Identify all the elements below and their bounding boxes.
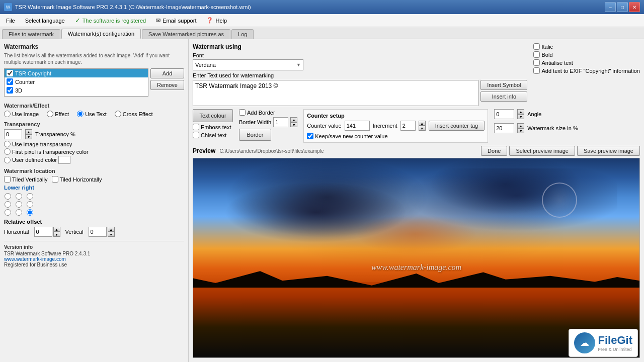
tab-watermarks-config[interactable]: Watermark(s) configuration [61, 29, 141, 39]
add-watermark-button[interactable]: Add [150, 68, 184, 78]
tiled-vertically-checkbox[interactable]: Tiled Vertically [4, 176, 48, 183]
v-down[interactable]: ▼ [108, 232, 115, 237]
close-button[interactable]: ✕ [629, 2, 640, 12]
list-item-tsr-copyright-checkbox[interactable] [7, 70, 13, 76]
preview-buttons: Done Select preview image Save preview i… [481, 146, 640, 156]
angle-down[interactable]: ▼ [517, 114, 524, 119]
transparency-value[interactable] [4, 129, 22, 139]
horizontal-value[interactable] [34, 227, 52, 237]
tab-log[interactable]: Log [231, 29, 254, 39]
tab-files[interactable]: Files to watermark [2, 29, 60, 39]
emboss-checkbox[interactable]: Emboss text [193, 124, 233, 130]
v-up[interactable]: ▲ [108, 227, 115, 232]
add-border-checkbox[interactable]: Add Border [239, 109, 297, 116]
tab-save[interactable]: Save Watermarked pictures as [142, 29, 230, 39]
text-action-buttons: Insert Symbol Insert info [480, 80, 527, 106]
size-row: ▲ ▼ Watermark size in % [494, 123, 578, 133]
insert-symbol-button[interactable]: Insert Symbol [480, 80, 527, 90]
transparency-section: Transparency ▲ ▼ Transparency % Use imag… [4, 121, 184, 164]
font-label: Font [193, 52, 527, 58]
use-image-transparency-radio[interactable]: Use image transparancy [4, 141, 184, 147]
save-preview-button[interactable]: Save preview image [577, 146, 640, 156]
pos-tl[interactable] [4, 193, 11, 200]
list-item-counter-checkbox[interactable] [7, 78, 13, 85]
bold-checkbox[interactable]: Bold [533, 51, 640, 58]
h-down[interactable]: ▼ [53, 232, 60, 237]
watermark-text-input[interactable] [193, 80, 478, 106]
border-button[interactable]: Border [239, 129, 271, 141]
menu-registered[interactable]: ✓ The software is registered [71, 16, 150, 25]
menu-help[interactable]: ❓ Help [202, 16, 231, 25]
counter-value-row: Counter value Increment ▲ ▼ Insert count… [307, 121, 485, 131]
size-input[interactable] [494, 123, 514, 133]
window-controls: – □ ✕ [605, 2, 640, 12]
pos-bl[interactable] [4, 209, 11, 216]
done-button[interactable]: Done [481, 146, 507, 156]
border-width-up[interactable]: ▲ [290, 117, 297, 122]
font-selector[interactable]: Verdana ▼ [193, 59, 303, 70]
cross-effect-radio[interactable]: Cross Effect [115, 111, 153, 117]
transparency-input-row: ▲ ▼ Transparency % [4, 129, 184, 139]
increment-input[interactable] [400, 121, 416, 131]
list-item-3d[interactable]: 3D [5, 86, 148, 95]
first-pixel-radio[interactable]: First pixel is transparency color [4, 148, 184, 155]
border-width-down[interactable]: ▼ [290, 122, 297, 127]
list-item-tsr-copyright-label: TSR Copyright [15, 70, 51, 76]
window-title: TSR Watermark Image Software PRO 2.4.3.1… [15, 4, 251, 10]
text-area-row: Insert Symbol Insert info [193, 80, 527, 106]
size-down[interactable]: ▼ [517, 128, 524, 133]
effect-radio-group: Use Image Effect Use Text Cross Effect [4, 111, 184, 117]
tiled-horizontally-checkbox[interactable]: Tiled Horizontally [52, 176, 102, 183]
horizontal-input-group: ▲ ▼ [34, 227, 60, 237]
transparency-up[interactable]: ▲ [25, 129, 32, 134]
pos-bc[interactable] [15, 209, 22, 216]
chisel-checkbox[interactable]: Chisel text [193, 132, 233, 138]
transparency-down[interactable]: ▼ [25, 134, 32, 139]
h-up[interactable]: ▲ [53, 227, 60, 232]
keep-counter-checkbox[interactable]: Keep/save new counter value [307, 133, 485, 139]
angle-input[interactable] [494, 109, 514, 119]
vertical-label: Vertical [65, 229, 84, 235]
remove-watermark-button[interactable]: Remove [150, 80, 184, 90]
menu-file[interactable]: File [2, 17, 19, 25]
menu-language[interactable]: Select language [21, 17, 69, 25]
list-item-tsr-copyright[interactable]: TSR Copyright [5, 69, 148, 77]
version-info: Version info TSR Watermark Software PRO … [4, 241, 184, 267]
use-image-radio[interactable]: Use Image [4, 111, 39, 117]
position-label: Lower right [4, 185, 184, 191]
pos-br[interactable] [26, 209, 33, 216]
border-area: Add Border Border Width ▲ ▼ Border [239, 109, 297, 141]
effect-radio[interactable]: Effect [47, 111, 69, 117]
antialise-checkbox[interactable]: Antialise text [533, 59, 640, 66]
angle-up[interactable]: ▲ [517, 109, 524, 114]
pos-ml[interactable] [4, 201, 11, 208]
minimize-button[interactable]: – [605, 2, 616, 12]
user-defined-radio[interactable]: User defined color [4, 156, 184, 164]
insert-info-button[interactable]: Insert info [480, 92, 527, 102]
counter-value-input[interactable] [345, 121, 370, 131]
pos-mr[interactable] [26, 201, 33, 208]
pos-mc[interactable] [15, 201, 22, 208]
size-up[interactable]: ▲ [517, 123, 524, 128]
add-exif-checkbox[interactable]: Add text to EXIF "Copyright" information [533, 67, 640, 74]
list-item-3d-checkbox[interactable] [7, 87, 13, 94]
version-website[interactable]: www.watermark-image.com [4, 256, 66, 262]
text-colour-button[interactable]: Text colour [193, 109, 233, 122]
color-picker[interactable] [58, 156, 70, 164]
use-text-radio[interactable]: Use Text [77, 111, 107, 117]
vertical-value[interactable] [89, 227, 107, 237]
pos-tr[interactable] [26, 193, 33, 200]
maximize-button[interactable]: □ [617, 2, 628, 12]
select-preview-button[interactable]: Select preview image [509, 146, 575, 156]
increment-down[interactable]: ▼ [419, 126, 426, 131]
pos-tc[interactable] [15, 193, 22, 200]
list-item-counter[interactable]: Counter [5, 77, 148, 86]
increment-up[interactable]: ▲ [419, 121, 426, 126]
language-label: Select language [25, 18, 65, 24]
registered-label: The software is registered [83, 18, 146, 24]
border-width-input[interactable] [273, 117, 288, 127]
italic-checkbox[interactable]: Italic [533, 43, 640, 50]
watermark-using-right: Italic Bold Antialise text Add text to E… [533, 43, 640, 106]
menu-email[interactable]: ✉ Email support [152, 16, 200, 25]
insert-counter-tag-button[interactable]: Insert counter tag [429, 121, 485, 131]
